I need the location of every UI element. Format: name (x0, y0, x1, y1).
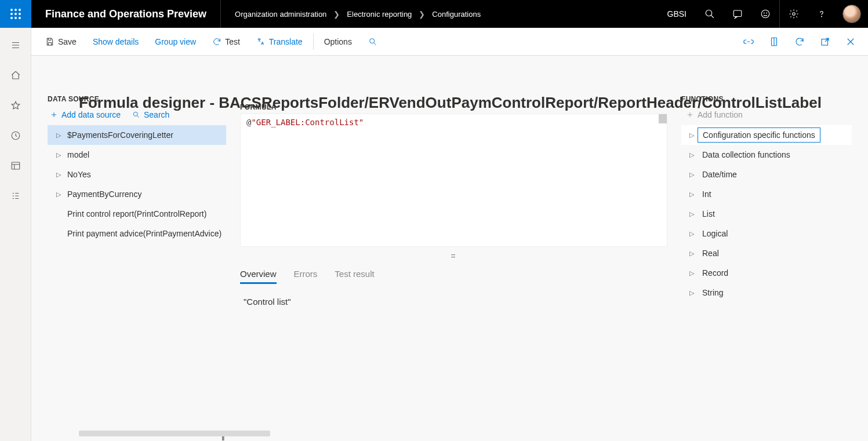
function-group-label: Record (698, 266, 733, 280)
chevron-right-icon: ▷ (53, 171, 64, 178)
show-details-button[interactable]: Show details (85, 28, 147, 56)
svg-point-14 (793, 13, 796, 16)
tab-errors[interactable]: Errors (294, 265, 318, 284)
link-icon[interactable] (737, 28, 760, 56)
formula-string: "GER_LABEL:ControlList" (251, 118, 364, 127)
modules-icon[interactable] (0, 185, 31, 206)
chevron-right-icon: ▷ (686, 210, 698, 218)
horizontal-grip-icon[interactable]: = (240, 247, 667, 265)
group-view-label: Group view (155, 37, 196, 46)
hamburger-icon[interactable] (0, 35, 31, 56)
command-bar: Save Show details Group view Test Transl… (31, 28, 868, 56)
chevron-right-icon: ▷ (686, 151, 698, 159)
save-button[interactable]: Save (37, 28, 85, 56)
test-label: Test (225, 37, 240, 46)
chevron-right-icon: ▷ (686, 230, 698, 238)
search-icon[interactable] (696, 0, 724, 28)
chevron-right-icon: ▷ (686, 171, 698, 178)
data-source-item[interactable]: ▷PaymentByCurrency (48, 184, 226, 204)
function-group-label: Logical (698, 227, 732, 240)
breadcrumb-item[interactable]: Configurations (432, 10, 481, 19)
chevron-right-icon: ▷ (686, 250, 698, 257)
data-source-item-label: Print payment advice(PrintPaymentAdvice) (64, 229, 221, 238)
translate-button[interactable]: Translate (248, 28, 311, 56)
page-icon[interactable] (762, 28, 786, 56)
smiley-icon[interactable] (751, 0, 779, 28)
test-button[interactable]: Test (204, 28, 248, 56)
svg-point-5 (19, 13, 21, 15)
svg-point-15 (822, 16, 822, 17)
show-details-label: Show details (93, 37, 139, 46)
topbar-right: GBSI (658, 0, 868, 28)
svg-point-8 (19, 17, 21, 19)
data-source-item[interactable]: ▷model (48, 145, 226, 165)
function-group-item[interactable]: ▷Data collection functions (681, 145, 852, 165)
function-group-label: Real (698, 246, 724, 260)
function-group-item[interactable]: ▷List (681, 204, 852, 224)
overview-value: "Control list" (240, 293, 667, 307)
svg-point-4 (14, 13, 17, 15)
chevron-right-icon: ▷ (686, 269, 698, 277)
home-icon[interactable] (0, 65, 31, 86)
tab-test-result[interactable]: Test result (335, 265, 374, 284)
waffle-launcher[interactable] (0, 0, 31, 28)
chevron-right-icon: ▷ (53, 191, 64, 198)
gear-icon[interactable] (780, 0, 808, 28)
save-label: Save (58, 37, 77, 46)
breadcrumb: Organization administration ❯ Electronic… (221, 10, 481, 19)
function-group-item[interactable]: ▷Real (681, 243, 852, 263)
function-group-label: Configuration specific functions (698, 127, 820, 143)
function-group-label: Int (698, 187, 716, 201)
data-source-item[interactable]: ▷$PaymentsForCoveringLetter (48, 125, 226, 145)
data-source-item-label: Print control report(PrintControlReport) (64, 209, 206, 218)
find-button[interactable] (360, 28, 386, 56)
function-group-item[interactable]: ▷Configuration specific functions (681, 125, 852, 145)
refresh-icon[interactable] (788, 28, 811, 56)
data-source-item-label: NoYes (64, 170, 91, 179)
messages-icon[interactable] (724, 0, 751, 28)
scrollbar-thumb[interactable] (659, 114, 667, 123)
app-title: Finance and Operations Preview (31, 8, 220, 20)
breadcrumb-item[interactable]: Organization administration (235, 10, 326, 19)
function-group-label: List (698, 207, 720, 221)
group-view-button[interactable]: Group view (147, 28, 204, 56)
result-tabs: Overview Errors Test result (240, 265, 667, 284)
breadcrumb-item[interactable]: Electronic reporting (347, 10, 412, 19)
translate-icon (256, 37, 266, 46)
function-group-item[interactable]: ▷String (681, 283, 852, 302)
plus-icon (50, 111, 58, 119)
horizontal-scrollbar[interactable] (79, 431, 270, 436)
data-source-item[interactable]: Print control report(PrintControlReport) (48, 204, 226, 224)
search-icon (368, 37, 377, 46)
data-source-item[interactable]: ▷NoYes (48, 165, 226, 184)
function-group-item[interactable]: ▷Date/time (681, 165, 852, 184)
data-source-tree: ▷$PaymentsForCoveringLetter▷model▷NoYes▷… (48, 125, 226, 433)
function-group-item[interactable]: ▷Record (681, 263, 852, 283)
avatar[interactable] (842, 5, 861, 23)
chevron-right-icon: ▷ (53, 132, 64, 139)
data-source-item[interactable]: Print payment advice(PrintPaymentAdvice) (48, 224, 226, 243)
help-icon[interactable] (808, 0, 836, 28)
close-icon[interactable] (839, 28, 862, 56)
company-picker[interactable]: GBSI (658, 9, 696, 19)
function-group-item[interactable]: ▷Logical (681, 224, 852, 243)
functions-tree: ▷Configuration specific functions▷Data c… (681, 125, 852, 302)
star-icon[interactable] (0, 95, 31, 116)
svg-point-3 (10, 13, 13, 15)
function-group-label: String (698, 286, 728, 300)
translate-label: Translate (269, 37, 303, 46)
chevron-right-icon: ▷ (686, 191, 698, 198)
options-button[interactable]: Options (316, 28, 360, 56)
chevron-right-icon: ▷ (686, 132, 698, 139)
tab-overview[interactable]: Overview (240, 265, 277, 284)
formula-editor[interactable]: @"GER_LABEL:ControlList" (240, 114, 667, 247)
workspaces-icon[interactable] (0, 155, 31, 176)
svg-point-18 (370, 38, 375, 43)
function-group-item[interactable]: ▷Int (681, 184, 852, 204)
recent-icon[interactable] (0, 125, 31, 146)
svg-point-12 (764, 13, 764, 13)
function-group-label: Date/time (698, 167, 742, 181)
popout-icon[interactable] (813, 28, 837, 56)
chevron-right-icon: ▷ (686, 289, 698, 297)
svg-point-11 (761, 10, 769, 18)
